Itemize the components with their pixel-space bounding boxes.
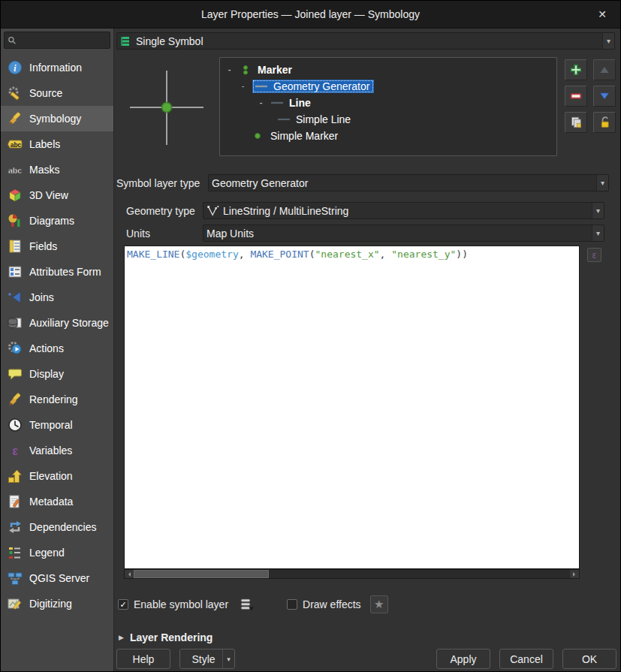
collapse-icon[interactable]: - — [256, 98, 266, 108]
dependencies-icon — [8, 520, 23, 535]
duplicate-symbol-layer-button[interactable] — [565, 112, 587, 133]
geometry-type-select[interactable]: LineString / MultiLineString ▾ — [203, 202, 604, 219]
sidebar-item-labels[interactable]: abc Labels — [1, 131, 113, 157]
data-defined-icon — [239, 597, 255, 612]
single-symbol-icon — [120, 35, 132, 47]
variables-icon: ε — [8, 443, 23, 458]
sidebar-item-masks[interactable]: abc Masks — [1, 157, 113, 182]
masks-icon: abc — [8, 162, 23, 177]
tree-item-line[interactable]: - Line — [220, 95, 556, 111]
svg-text:abc: abc — [8, 166, 22, 175]
svg-text:ε: ε — [12, 444, 18, 457]
symbol-layer-actions — [565, 57, 616, 158]
line-symbol-icon — [270, 98, 284, 108]
effects-options-button[interactable]: ★ — [370, 595, 388, 613]
search-box[interactable] — [4, 32, 110, 49]
temporal-icon — [8, 417, 23, 432]
sidebar-item-fields[interactable]: Fields — [1, 234, 113, 259]
units-label: Units — [126, 228, 203, 240]
linestring-icon — [206, 204, 220, 218]
symbol-layer-type-label: Symbol layer type — [116, 177, 208, 189]
duplicate-icon — [569, 116, 583, 129]
tree-item-marker[interactable]: - Marker — [220, 62, 556, 78]
minus-icon — [569, 90, 583, 102]
sidebar-item-qgis-server[interactable]: QGIS Server — [1, 565, 113, 591]
information-icon: i — [8, 60, 23, 75]
chevron-down-icon: ▾ — [602, 33, 614, 49]
search-input[interactable] — [20, 35, 107, 46]
draw-effects-checkbox[interactable] — [287, 599, 297, 610]
collapse-icon[interactable]: - — [238, 82, 248, 92]
sidebar-item-diagrams[interactable]: Diagrams — [1, 208, 113, 234]
sidebar-item-3d-view[interactable]: 3D View — [1, 182, 113, 208]
chevron-down-icon: ▾ — [596, 175, 608, 191]
data-defined-override-button[interactable] — [237, 596, 257, 613]
layer-rendering-label: Layer Rendering — [130, 631, 213, 643]
marker-symbol-icon — [239, 65, 252, 75]
units-select[interactable]: Map Units ▾ — [203, 225, 604, 242]
editor-horizontal-scrollbar[interactable] — [124, 569, 580, 579]
tree-item-geometry-generator[interactable]: - Geometry Generator — [220, 78, 556, 95]
tree-item-simple-marker[interactable]: Simple Marker — [220, 128, 556, 144]
expand-triangle-icon[interactable]: ▶ — [119, 634, 124, 641]
help-button[interactable]: Help — [116, 649, 170, 669]
move-up-button[interactable] — [593, 59, 616, 80]
sidebar-item-elevation[interactable]: Elevation — [1, 463, 113, 489]
close-icon[interactable]: ✕ — [595, 7, 610, 22]
auxiliary-storage-icon — [8, 315, 23, 330]
sidebar-item-metadata[interactable]: Metadata — [1, 489, 113, 514]
move-down-button[interactable] — [593, 86, 616, 107]
arrow-up-icon — [598, 65, 610, 75]
star-icon: ★ — [374, 598, 384, 611]
layer-rendering-section[interactable]: ▶ Layer Rendering — [119, 631, 620, 643]
scroll-left-icon[interactable] — [125, 570, 134, 578]
style-button[interactable]: Style ▾ — [179, 649, 235, 669]
cancel-button[interactable]: Cancel — [499, 649, 553, 669]
expression-builder-button[interactable]: ε — [587, 248, 601, 262]
sidebar-item-information[interactable]: i Information — [1, 55, 113, 80]
collapse-icon[interactable]: - — [225, 65, 234, 75]
symbol-layer-type-select[interactable]: Geometry Generator ▾ — [208, 174, 609, 191]
sidebar-item-legend[interactable]: Legend — [1, 540, 113, 565]
ok-button[interactable]: OK — [562, 649, 616, 669]
remove-symbol-layer-button[interactable] — [565, 86, 587, 107]
qgis-server-icon — [8, 571, 23, 586]
sidebar-item-variables[interactable]: ε Variables — [1, 438, 113, 463]
scrollbar-thumb[interactable] — [134, 570, 269, 578]
3d-view-icon — [8, 188, 23, 203]
apply-button[interactable]: Apply — [436, 649, 490, 669]
sidebar-item-attributes-form[interactable]: Attributes Form — [1, 259, 113, 285]
add-symbol-layer-button[interactable] — [565, 59, 587, 80]
tree-item-simple-line[interactable]: Simple Line — [220, 111, 556, 128]
renderer-select[interactable]: Single Symbol ▾ — [116, 32, 615, 50]
source-icon — [8, 86, 23, 101]
sidebar-item-source[interactable]: Source — [1, 80, 113, 106]
sidebar-item-actions[interactable]: Actions — [1, 336, 113, 361]
sidebar-item-temporal[interactable]: Temporal — [1, 412, 113, 438]
chevron-down-icon[interactable]: ▾ — [222, 649, 234, 668]
metadata-icon — [8, 494, 23, 509]
lock-colors-button[interactable] — [593, 112, 616, 133]
sidebar: i Information Source Symbology abc Label… — [1, 29, 114, 672]
sidebar-item-auxiliary-storage[interactable]: Auxiliary Storage — [1, 310, 113, 336]
sidebar-item-symbology[interactable]: Symbology — [1, 106, 113, 131]
fields-icon — [8, 239, 23, 254]
scroll-right-icon[interactable] — [570, 570, 579, 578]
legend-icon — [8, 545, 23, 560]
expression-editor[interactable]: MAKE_LINE($geometry, MAKE_POINT("nearest… — [124, 246, 580, 569]
chevron-down-icon: ▾ — [592, 203, 604, 218]
sidebar-item-display[interactable]: Display — [1, 361, 113, 387]
sidebar-item-rendering[interactable]: Rendering — [1, 387, 113, 412]
symbology-icon — [8, 111, 23, 126]
sidebar-nav: i Information Source Symbology abc Label… — [1, 55, 113, 616]
labels-icon: abc — [8, 137, 23, 152]
digitizing-icon — [8, 596, 23, 611]
sidebar-item-joins[interactable]: Joins — [1, 285, 113, 310]
symbology-panel: Single Symbol ▾ - Marker - — [114, 29, 620, 672]
search-icon — [8, 35, 17, 46]
sidebar-item-dependencies[interactable]: Dependencies — [1, 514, 113, 540]
sidebar-item-digitizing[interactable]: Digitizing — [1, 591, 113, 616]
enable-symbol-layer-checkbox[interactable]: ✓ — [118, 599, 128, 610]
rendering-icon — [8, 392, 23, 407]
diagrams-icon — [8, 213, 23, 228]
